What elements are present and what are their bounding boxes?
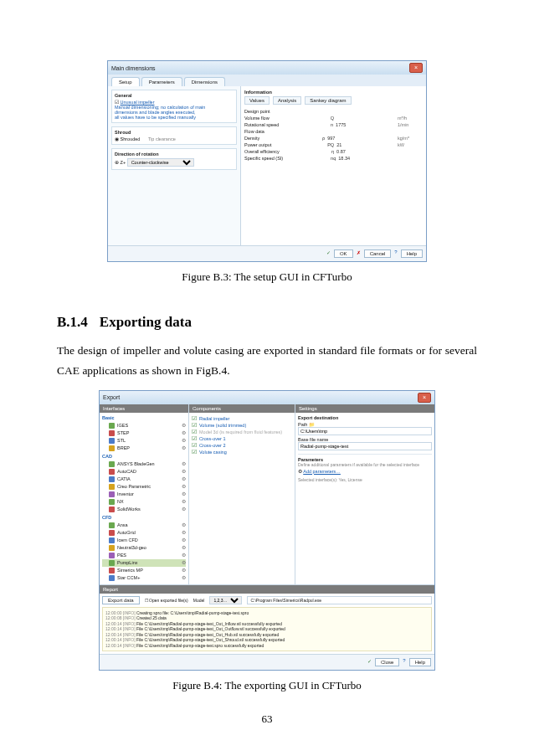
- app-icon: [109, 522, 115, 528]
- gear-icon[interactable]: ⚙: [182, 568, 186, 573]
- gear-icon[interactable]: ⚙: [182, 491, 186, 496]
- window-title: Export: [103, 394, 120, 400]
- app-icon: [109, 461, 115, 467]
- help-icon: ?: [394, 249, 397, 258]
- gear-icon[interactable]: ⚙: [182, 499, 186, 504]
- tree-item[interactable]: Creo Parametric⚙: [102, 483, 186, 491]
- app-icon: [109, 537, 115, 543]
- gear-icon[interactable]: ⚙: [182, 545, 186, 550]
- app-icon: [109, 575, 115, 581]
- group-rotation-title: Direction of rotation: [115, 152, 234, 157]
- close-icon[interactable]: ×: [409, 63, 423, 73]
- tree-group-cfd[interactable]: CFD: [102, 515, 186, 520]
- tree-item[interactable]: AutoGrid⚙: [102, 529, 186, 537]
- model-select[interactable]: 1,2,3…: [209, 596, 242, 604]
- dialog-footer: ✓ Close ? Help: [100, 654, 434, 670]
- tree-item[interactable]: PES⚙: [102, 552, 186, 559]
- sub-tab-sankey[interactable]: Sankey diagram: [305, 96, 351, 105]
- tab-setup[interactable]: Setup: [111, 77, 140, 86]
- check-icon: ✓: [367, 658, 372, 666]
- page-number: 63: [0, 712, 534, 726]
- close-icon[interactable]: ×: [418, 393, 431, 403]
- tree-item[interactable]: STEP⚙: [102, 429, 186, 437]
- gear-icon[interactable]: ⚙: [182, 430, 186, 435]
- rotation-select[interactable]: Counter-clockwise: [127, 158, 194, 167]
- app-icon: [109, 484, 115, 490]
- tree-item[interactable]: Simerics MP⚙: [102, 567, 186, 574]
- tip-clearance-label: Tip clearance: [148, 136, 176, 141]
- gear-icon[interactable]: ⚙: [182, 461, 186, 466]
- main-tabs: Setup Parameters Dimensions: [108, 75, 426, 86]
- gear-icon[interactable]: ⚙: [182, 537, 186, 543]
- tree-item[interactable]: PumpLinx⚙: [102, 559, 186, 567]
- component-checkbox[interactable]: Cross-over 2: [192, 442, 292, 449]
- component-checkbox[interactable]: Volume (solid trimmed): [192, 422, 292, 429]
- tree-item[interactable]: IGES⚙: [102, 422, 186, 429]
- component-checkbox[interactable]: Cross-over 1: [192, 435, 292, 442]
- tree-item[interactable]: Icem CFD⚙: [102, 537, 186, 544]
- open-exported-checkbox[interactable]: ☐ Open exported file(s): [145, 598, 188, 603]
- export-data-button[interactable]: Export data: [102, 596, 140, 604]
- component-checkbox[interactable]: Radial impeller: [192, 415, 292, 422]
- gear-icon[interactable]: ⚙: [182, 507, 186, 512]
- tree-item[interactable]: Ansa⚙: [102, 522, 186, 529]
- section-number: B.1.4: [57, 314, 88, 330]
- tab-parameters[interactable]: Parameters: [141, 77, 182, 86]
- gear-icon[interactable]: ⚙: [182, 484, 186, 489]
- gear-icon[interactable]: ⚙: [182, 438, 186, 443]
- tree-item[interactable]: SolidWorks⚙: [102, 506, 186, 513]
- gear-icon[interactable]: ⚙: [182, 469, 186, 474]
- cancel-button[interactable]: Cancel: [364, 249, 392, 258]
- values-list: Design point Volume flowQ m³/hRotational…: [244, 108, 423, 162]
- info-title: Information: [244, 90, 423, 95]
- component-checkbox[interactable]: Model 3d (is required from fluid feature…: [192, 429, 292, 435]
- app-icon: [109, 445, 115, 451]
- app-icon: [109, 545, 115, 551]
- gear-icon[interactable]: ⚙: [182, 423, 186, 428]
- exe-path[interactable]: C:\Program Files\Simerics\Radpul.exe: [247, 596, 432, 604]
- report-header: Report: [100, 585, 434, 594]
- sub-tab-values[interactable]: Values: [244, 96, 270, 105]
- component-checkbox[interactable]: Volute casing: [192, 449, 292, 455]
- tab-dimensions[interactable]: Dimensions: [184, 77, 225, 86]
- setup-window: Main dimensions × Setup Parameters Dimen…: [107, 60, 427, 262]
- path-input[interactable]: [298, 427, 432, 435]
- ok-button[interactable]: OK: [334, 249, 353, 258]
- tree-group-cad[interactable]: CAD: [102, 454, 186, 459]
- gear-icon[interactable]: ⚙: [182, 553, 186, 558]
- tree-item[interactable]: ANSYS BladeGen⚙: [102, 460, 186, 468]
- tree-group-basic[interactable]: Basic: [102, 415, 186, 420]
- shrouded-option[interactable]: Shrouded: [121, 136, 141, 141]
- base-file-input[interactable]: [298, 442, 432, 450]
- tree-item[interactable]: BREP⚙: [102, 445, 186, 452]
- help-button[interactable]: Help: [401, 249, 423, 258]
- figure-b4: Export × Interfaces Basic IGES⚙STEP⚙STL⚙…: [57, 390, 477, 693]
- group-shroud: Shroud ◉ Shrouded Tip clearance: [111, 126, 237, 145]
- tree-item[interactable]: STL⚙: [102, 437, 186, 445]
- gear-icon[interactable]: ⚙: [182, 445, 186, 450]
- tree-item[interactable]: Inventor⚙: [102, 491, 186, 498]
- gear-icon[interactable]: ⚙: [182, 575, 186, 580]
- components-column: Components Radial impellerVolume (solid …: [189, 404, 295, 584]
- tree-item[interactable]: NX⚙: [102, 498, 186, 506]
- gear-icon[interactable]: ⚙: [182, 522, 186, 527]
- tree-item[interactable]: Star CCM+⚙: [102, 574, 186, 582]
- section-title: Exporting data: [100, 314, 192, 330]
- tree-item[interactable]: Neutral3d-geo⚙: [102, 544, 186, 552]
- gear-icon[interactable]: ⚙: [182, 530, 186, 535]
- sub-tab-analysis[interactable]: Analysis: [273, 96, 301, 105]
- close-button[interactable]: Close: [375, 658, 399, 666]
- settings-column: Settings Export destination Path 📁 Base …: [295, 404, 434, 584]
- rotation-axis: Z+: [121, 160, 126, 165]
- add-parameters-link[interactable]: Add parameters…: [303, 469, 341, 474]
- help-button[interactable]: Help: [409, 658, 431, 666]
- tree-item[interactable]: CATIA⚙: [102, 476, 186, 483]
- gear-icon[interactable]: ⚙: [182, 560, 186, 565]
- export-window: Export × Interfaces Basic IGES⚙STEP⚙STL⚙…: [99, 390, 435, 671]
- gear-icon[interactable]: ⚙: [182, 476, 186, 481]
- tree-item[interactable]: AutoCAD⚙: [102, 468, 186, 476]
- section-heading: B.1.4Exporting data: [57, 314, 477, 331]
- app-icon: [109, 499, 115, 505]
- figure-b4-caption: Figure B.4: The exporting GUI in CFTurbo: [57, 679, 477, 692]
- window-title: Main dimensions: [111, 65, 156, 71]
